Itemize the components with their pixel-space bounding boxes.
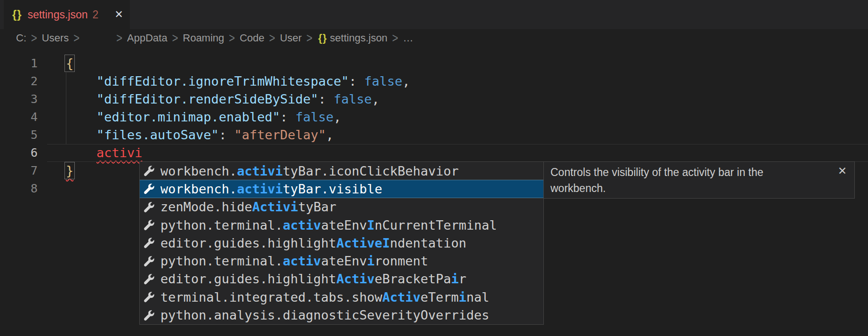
suggestion-label: python.analysis.diagnosticSeverityOverri… xyxy=(160,308,489,322)
suggestion-item[interactable]: editor.guides.highlightActiveIndentation xyxy=(140,234,543,252)
line-content: "editor.minimap.enabled": false, xyxy=(38,108,341,126)
code-token: , xyxy=(334,110,341,124)
breadcrumb-separator-icon: > xyxy=(269,31,275,46)
label-text: ateEnv xyxy=(321,254,367,268)
breadcrumb-item[interactable]: Roaming xyxy=(183,32,224,44)
code-token: , xyxy=(372,92,379,106)
code-token: "afterDelay" xyxy=(234,128,326,142)
label-text: zenMode.hide xyxy=(160,200,252,214)
code-line[interactable]: 5 "files.autoSave": "afterDelay", xyxy=(0,126,868,144)
label-text: tyBar xyxy=(298,200,336,214)
close-icon[interactable]: ✕ xyxy=(115,8,123,21)
suggestion-item[interactable]: workbench.activityBar.visible xyxy=(140,180,543,198)
line-number: 6 xyxy=(0,144,38,162)
line-content: } xyxy=(38,162,73,180)
suggestion-item[interactable]: terminal.integrated.tabs.showActiveTermi… xyxy=(140,288,543,306)
code-token: } xyxy=(66,163,73,178)
code-token: "editor.minimap.enabled" xyxy=(96,110,280,124)
line-number: 3 xyxy=(0,90,38,108)
suggestion-item[interactable]: workbench.activityBar.iconClickBehavior xyxy=(140,162,543,180)
label-text: tyBar.iconClickBehavior xyxy=(283,164,459,178)
line-number: 4 xyxy=(0,108,38,126)
line-content xyxy=(38,180,66,198)
json-braces-icon: {} xyxy=(318,32,327,44)
match-highlight: activi xyxy=(237,182,283,196)
label-text: eBracketPa xyxy=(374,272,451,286)
suggestion-item[interactable]: python.analysis.diagnosticSeverityOverri… xyxy=(140,306,543,324)
code-token xyxy=(66,128,96,142)
line-number: 8 xyxy=(0,180,38,198)
code-line[interactable]: 4 "editor.minimap.enabled": false, xyxy=(0,108,868,126)
match-highlight: activi xyxy=(237,164,283,178)
suggestion-item[interactable]: python.terminal.activateEnvironment xyxy=(140,252,543,270)
wrench-icon xyxy=(143,256,155,267)
line-content: { xyxy=(38,55,73,72)
match-highlight: activ xyxy=(283,218,321,232)
label-text: workbench. xyxy=(160,182,237,196)
suggestion-label: terminal.integrated.tabs.showActiveTermi… xyxy=(160,290,489,304)
wrench-icon xyxy=(143,310,155,321)
code-token: false xyxy=(295,110,334,124)
code-line[interactable]: 6 activi xyxy=(0,144,868,162)
code-token xyxy=(66,74,96,88)
breadcrumb-separator-icon: > xyxy=(306,31,312,46)
match-highlight: i xyxy=(459,290,466,304)
breadcrumb-item[interactable]: AppData xyxy=(127,32,167,44)
match-highlight: i xyxy=(451,272,459,286)
wrench-icon xyxy=(143,273,155,285)
match-highlight: i xyxy=(367,254,374,268)
code-line[interactable]: 3 "diffEditor.renderSideBySide": false, xyxy=(0,90,868,108)
label-text: editor.guides.highlight xyxy=(160,272,336,286)
line-number: 5 xyxy=(0,126,38,144)
label-text: workbench. xyxy=(160,164,237,178)
tab-error-count-badge: 2 xyxy=(93,8,99,21)
close-icon[interactable]: ✕ xyxy=(838,165,847,177)
suggestion-label: editor.guides.highlightActiveBracketPair xyxy=(160,272,466,286)
label-text: nal xyxy=(466,290,489,304)
label-text: editor.guides.highlight xyxy=(160,236,336,250)
breadcrumb-item[interactable]: Code xyxy=(239,32,264,44)
code-token: : xyxy=(318,92,334,106)
code-line[interactable]: 2 "diffEditor.ignoreTrimWhitespace": fal… xyxy=(0,72,868,90)
label-text: terminal.integrated.tabs.show xyxy=(160,290,382,304)
code-token xyxy=(66,145,96,160)
label-text: python.terminal. xyxy=(160,218,283,232)
breadcrumb-separator-icon: > xyxy=(116,31,122,46)
breadcrumb-item[interactable]: … xyxy=(403,32,413,44)
line-number: 2 xyxy=(0,72,38,90)
code-line[interactable]: 1{ xyxy=(0,55,868,72)
label-text: tyBar.visible xyxy=(283,182,382,196)
breadcrumb-separator-icon: > xyxy=(392,31,398,46)
wrench-icon xyxy=(143,291,155,303)
current-line-highlight xyxy=(47,144,868,162)
label-text: r xyxy=(459,272,466,286)
breadcrumb-item[interactable]: C: xyxy=(16,32,26,44)
label-text: eTerm xyxy=(421,290,459,304)
match-highlight: Activ xyxy=(336,272,374,286)
match-highlight: Activi xyxy=(252,200,298,214)
suggestion-item[interactable]: python.terminal.activateEnvInCurrentTerm… xyxy=(140,216,543,234)
wrench-icon xyxy=(143,219,155,231)
suggest-details-popup: Controls the visibility of the activity … xyxy=(543,161,855,199)
breadcrumb: C:>Users>>AppData>Roaming>Code>User>{}se… xyxy=(0,29,868,47)
breadcrumb-item[interactable]: settings.json xyxy=(330,32,387,44)
code-token xyxy=(66,92,96,106)
suggestion-item[interactable]: editor.guides.highlightActiveBracketPair xyxy=(140,270,543,288)
suggestion-label: python.terminal.activateEnvInCurrentTerm… xyxy=(160,218,497,232)
code-token: "diffEditor.renderSideBySide" xyxy=(96,92,318,106)
code-token: "files.autoSave" xyxy=(96,128,219,142)
code-token: false xyxy=(364,74,402,88)
breadcrumb-item[interactable]: Users xyxy=(42,32,69,44)
breadcrumb-item[interactable]: User xyxy=(280,32,302,44)
label-text: python.analysis.diagnosticSeverityOverri… xyxy=(160,308,489,322)
tab-title: settings.json xyxy=(28,8,88,21)
label-text: python.terminal. xyxy=(160,254,283,268)
suggestion-label: python.terminal.activateEnvironment xyxy=(160,254,428,268)
match-highlight: activ xyxy=(283,254,321,268)
line-number: 1 xyxy=(0,55,38,72)
suggestion-item[interactable]: zenMode.hideActivityBar xyxy=(140,198,543,216)
tab-settings-json[interactable]: {} settings.json 2 ✕ xyxy=(4,0,130,29)
label-text: ronment xyxy=(374,254,428,268)
line-content: "diffEditor.renderSideBySide": false, xyxy=(38,90,380,108)
label-text: ndentation xyxy=(390,236,467,250)
